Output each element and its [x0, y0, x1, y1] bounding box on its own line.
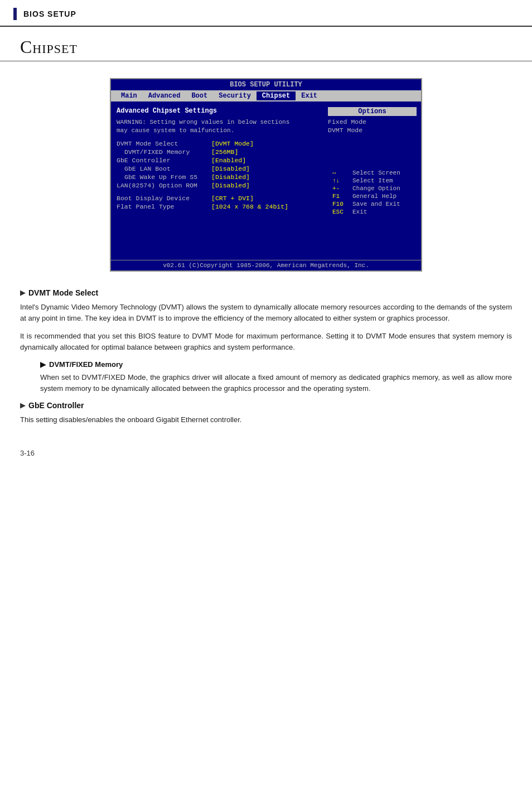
legend-row-general-help: F1 General Help: [332, 193, 412, 200]
bios-screenshot-container: BIOS SETUP UTILITY Main Advanced Boot Se…: [0, 72, 532, 283]
bios-title-bar: BIOS SETUP UTILITY: [111, 79, 421, 90]
bios-warning-line2: may cause system to malfunction.: [117, 127, 234, 134]
bios-footer: v02.61 (C)Copyright 1985-2006, American …: [111, 260, 421, 270]
setting-value-flat-panel: [1024 x 768 & 24bit]: [211, 203, 288, 210]
section-heading: Chipset: [0, 27, 532, 61]
setting-value-boot-display: [CRT + DVI]: [211, 195, 254, 202]
bios-setting-row[interactable]: DVMT/FIXED Memory [256MB]: [117, 148, 318, 156]
bios-menu-bar: Main Advanced Boot Security Chipset Exit: [111, 90, 421, 101]
gbe-paragraph-1: This setting disables/enables the onboar…: [20, 414, 512, 425]
bios-setting-row[interactable]: DVMT Mode Select [DVMT Mode]: [117, 140, 318, 147]
header-accent-bar: [13, 8, 17, 20]
bios-main-panel: Advanced Chipset Settings WARNING: Setti…: [111, 105, 323, 258]
dvmt-fixed-subsection: ▶ DVMT/FIXED Memory When set to DVMT/FIX…: [40, 360, 512, 394]
menu-item-chipset[interactable]: Chipset: [257, 91, 296, 100]
setting-label-flat-panel: Flat Panel Type: [117, 203, 211, 210]
bios-right-panel: Options Fixed Mode DVMT Mode ↔ Select Sc…: [323, 105, 421, 258]
arrow-icon-dvmt: ▶: [20, 289, 25, 297]
dvmt-paragraph-2: It is recommended that you set this BIOS…: [20, 331, 512, 353]
bios-option-fixed-mode: Fixed Mode: [328, 118, 417, 125]
page-header: BIOS SETUP: [0, 0, 532, 27]
dvmt-fixed-heading: ▶ DVMT/FIXED Memory: [40, 360, 512, 369]
menu-item-security[interactable]: Security: [213, 91, 257, 100]
header-title: BIOS SETUP: [23, 9, 76, 18]
dvmt-fixed-text: When set to DVMT/FIXED Mode, the graphic…: [40, 372, 512, 394]
setting-value-gbe-ctrl: [Enabled]: [211, 157, 246, 164]
setting-value-dvmt-mode: [DVMT Mode]: [211, 140, 254, 147]
bios-legend: ↔ Select Screen ↑↓ Select Item +- Change…: [328, 167, 417, 219]
setting-value-gbe-wake: [Disabled]: [211, 173, 250, 181]
setting-value-dvmt-fixed: [256MB]: [211, 148, 238, 156]
setting-label-lan-rom: LAN(82574) Option ROM: [117, 182, 211, 189]
section-title: Chipset: [20, 37, 512, 57]
setting-label-dvmt-fixed: DVMT/FIXED Memory: [117, 148, 211, 156]
bios-setting-row[interactable]: Flat Panel Type [1024 x 768 & 24bit]: [117, 203, 318, 210]
arrow-icon-gbe: ▶: [20, 402, 25, 409]
bios-content-area: Advanced Chipset Settings WARNING: Setti…: [111, 101, 421, 258]
legend-row-save-exit: F10 Save and Exit: [332, 201, 412, 207]
menu-item-exit[interactable]: Exit: [296, 91, 323, 100]
legend-row-change-option: +- Change Option: [332, 185, 412, 192]
menu-item-boot[interactable]: Boot: [186, 91, 213, 100]
bios-option-dvmt-mode: DVMT Mode: [328, 127, 417, 134]
setting-label-gbe-wake: GbE Wake Up From S5: [117, 173, 211, 181]
setting-value-lan-rom: [Disabled]: [211, 182, 250, 189]
bios-setting-row[interactable]: GbE Wake Up From S5 [Disabled]: [117, 173, 318, 181]
setting-label-boot-display: Boot Display Device: [117, 195, 211, 202]
content-body: ▶ DVMT Mode Select Intel's Dynamic Video…: [0, 283, 532, 443]
bios-options-title: Options: [328, 107, 417, 116]
dvmt-mode-select-heading: ▶ DVMT Mode Select: [20, 288, 512, 297]
setting-label-gbe-lan-boot: GbE LAN Boot: [117, 165, 211, 172]
menu-item-advanced[interactable]: Advanced: [143, 91, 186, 100]
bios-section-title: Advanced Chipset Settings: [117, 107, 318, 115]
setting-label-gbe-ctrl: GbE Controller: [117, 157, 211, 164]
bios-warning: WARNING: Setting wrong values in below s…: [117, 118, 318, 136]
arrow-icon-dvmt-fixed: ▶: [40, 360, 46, 369]
menu-item-main[interactable]: Main: [115, 91, 143, 100]
legend-row-select-item: ↑↓ Select Item: [332, 177, 412, 184]
setting-value-gbe-lan-boot: [Disabled]: [211, 165, 250, 172]
bios-screen: BIOS SETUP UTILITY Main Advanced Boot Se…: [110, 78, 422, 272]
dvmt-paragraph-1: Intel's Dynamic Video Memory Technology …: [20, 302, 512, 324]
legend-row-exit: ESC Exit: [332, 209, 412, 215]
bios-setting-row[interactable]: GbE Controller [Enabled]: [117, 157, 318, 164]
legend-row-select-screen: ↔ Select Screen: [332, 170, 412, 176]
gbe-controller-heading: ▶ GbE Controller: [20, 401, 512, 410]
page-number: 3-16: [0, 443, 532, 463]
bios-setting-row[interactable]: GbE LAN Boot [Disabled]: [117, 165, 318, 172]
bios-setting-row[interactable]: Boot Display Device [CRT + DVI]: [117, 195, 318, 202]
bios-setting-row[interactable]: LAN(82574) Option ROM [Disabled]: [117, 182, 318, 189]
setting-label-dvmt-mode: DVMT Mode Select: [117, 140, 211, 147]
